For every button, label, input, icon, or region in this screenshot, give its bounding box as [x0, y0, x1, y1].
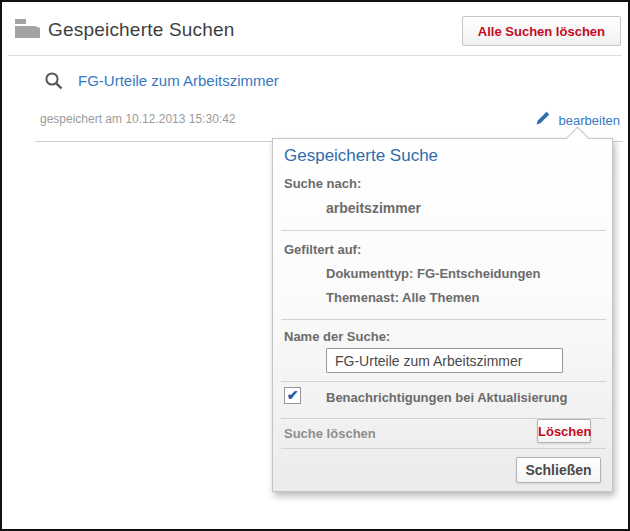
saved-searches-page: Gespeicherte Suchen Alle Suchen löschen …	[0, 0, 630, 531]
saved-search-title-link[interactable]: FG-Urteile zum Arbeitszimmer	[78, 72, 279, 89]
popup-divider	[281, 230, 606, 231]
saved-search-popup: Gespeicherte Suche Suche nach: arbeitszi…	[272, 138, 613, 492]
popup-caret	[565, 126, 589, 150]
search-for-label: Suche nach:	[284, 176, 361, 191]
notifications-label: Benachrichtigungen bei Aktualisierung	[326, 390, 568, 405]
filter-document-type: Dokumenttyp: FG-Entscheidungen	[326, 266, 541, 281]
search-name-input[interactable]	[326, 348, 563, 373]
delete-all-searches-button[interactable]: Alle Suchen löschen	[462, 16, 621, 46]
page-title: Gespeicherte Suchen	[48, 19, 235, 41]
popup-title: Gespeicherte Suche	[284, 146, 438, 166]
delete-search-button[interactable]: Löschen	[537, 419, 591, 443]
close-popup-button[interactable]: Schließen	[516, 457, 601, 483]
popup-divider	[281, 448, 606, 449]
check-icon: ✔	[287, 388, 299, 402]
filtered-on-label: Gefiltert auf:	[284, 242, 361, 257]
filter-topic-branch: Themenast: Alle Themen	[326, 290, 479, 305]
popup-divider	[281, 381, 606, 382]
header-divider	[8, 55, 622, 56]
popup-divider	[281, 319, 606, 320]
edit-link-label: bearbeiten	[559, 113, 620, 128]
search-icon	[44, 71, 64, 95]
notifications-checkbox[interactable]: ✔	[284, 387, 301, 404]
delete-search-label: Suche löschen	[284, 426, 376, 441]
edit-pencil-icon	[535, 110, 551, 130]
folder-icon	[14, 17, 42, 44]
saved-search-timestamp: gespeichert am 10.12.2013 15:30:42	[40, 112, 235, 126]
search-term-value: arbeitszimmer	[326, 200, 421, 216]
search-name-label: Name der Suche:	[284, 329, 390, 344]
